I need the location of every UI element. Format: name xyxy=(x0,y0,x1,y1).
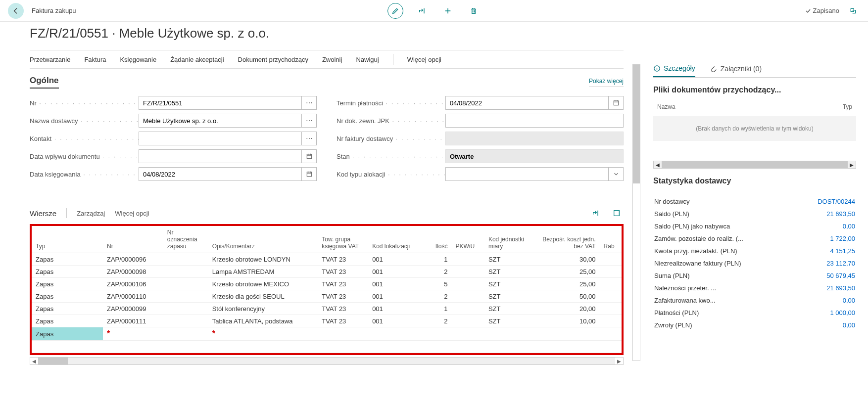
table-row[interactable]: ZapasZAP/0000111Tablica ATLANTA, podstaw… xyxy=(32,315,622,327)
lines-horizontal-scrollbar[interactable]: ◀▶ xyxy=(30,357,624,365)
files-horizontal-scrollbar[interactable]: ◀▶ xyxy=(653,161,856,169)
lines-more[interactable]: Więcej opcji xyxy=(115,210,149,217)
tab-details[interactable]: Szczegóły xyxy=(653,64,695,77)
menu-zadanie-akceptacji[interactable]: Żądanie akceptacji xyxy=(170,56,224,63)
field-input[interactable] xyxy=(445,114,624,128)
field-input[interactable] xyxy=(139,149,302,163)
table-row[interactable]: ZapasZAP/0000110Krzesło dla gości SEOULT… xyxy=(32,290,622,303)
stat-row[interactable]: Saldo (PLN) jako nabywca0,00 xyxy=(653,220,856,232)
field-label: Kontakt · · · · · · · · · · · · · · · · … xyxy=(30,135,139,142)
delete-button[interactable] xyxy=(467,4,481,18)
field-input xyxy=(445,149,624,163)
edit-button[interactable] xyxy=(387,3,403,19)
page-title: FZ/R/21/0551 · Meble Użytkowe sp. z o.o. xyxy=(30,26,624,41)
field-input[interactable] xyxy=(139,132,302,145)
field-label: Nr dok. zewn. JPK · · · · · · · · · · · … xyxy=(337,117,445,125)
dropdown-button[interactable] xyxy=(609,167,624,181)
field-input[interactable] xyxy=(139,167,302,181)
calendar-button[interactable] xyxy=(302,167,317,181)
new-button[interactable] xyxy=(441,4,455,18)
table-row[interactable]: ZapasZAP/0000098Lampa AMSTREDAMTVAT 2300… xyxy=(32,266,622,278)
menu-zwolnij[interactable]: Zwolnij xyxy=(322,56,342,63)
svg-rect-0 xyxy=(307,154,311,159)
show-more-link[interactable]: Pokaż więcej xyxy=(589,78,624,87)
col-header[interactable]: Rab xyxy=(600,226,622,253)
lines-title: Wiersze xyxy=(30,209,56,218)
main-vertical-scrollbar[interactable] xyxy=(632,64,640,361)
field-label: Kod typu alokacji · · · · · · · · · · · … xyxy=(337,171,445,178)
col-header[interactable]: Kod lokalizacji xyxy=(368,226,419,253)
col-header[interactable]: Ilość xyxy=(419,226,451,253)
lookup-button[interactable]: ⋯ xyxy=(302,114,317,128)
lines-expand-icon[interactable] xyxy=(610,206,624,220)
field-label: Stan · · · · · · · · · · · · · · · · · ·… xyxy=(337,153,445,160)
lines-grid-highlight: TypNrNr oznaczenia zapasuOpis/KomentarzT… xyxy=(30,224,624,355)
svg-rect-2 xyxy=(614,101,618,105)
field-input xyxy=(445,132,624,145)
stat-row[interactable]: Niezrealizowane faktury (PLN)23 112,70 xyxy=(653,257,856,270)
lookup-button[interactable]: ⋯ xyxy=(302,132,317,145)
calendar-button[interactable] xyxy=(609,96,624,110)
lines-manage[interactable]: Zarządzaj xyxy=(77,210,105,217)
field-label: Data wpływu dokumentu · · · · · · · · · … xyxy=(30,153,139,160)
lines-grid[interactable]: TypNrNr oznaczenia zapasuOpis/KomentarzT… xyxy=(32,226,622,353)
popout-button[interactable] xyxy=(846,4,860,18)
menu-dokument-przychodzacy[interactable]: Dokument przychodzący xyxy=(238,56,308,63)
col-header[interactable]: Tow. grupa księgowa VAT xyxy=(318,226,368,253)
table-row[interactable]: ZapasZAP/0000096Krzesło obrotowe LONDYNT… xyxy=(32,253,622,266)
col-header[interactable]: PKWiU xyxy=(451,226,484,253)
menu-nawiguj[interactable]: Nawiguj xyxy=(356,56,379,63)
stat-row[interactable]: Zamów. pozostałe do realiz. (...1 722,00 xyxy=(653,232,856,245)
section-general-title: Ogólne xyxy=(30,76,59,89)
tab-attachments[interactable]: Załączniki (0) xyxy=(710,64,762,77)
field-label: Nr · · · · · · · · · · · · · · · · · · ·… xyxy=(30,99,139,107)
svg-rect-1 xyxy=(307,172,311,177)
col-header[interactable]: Bezpośr. koszt jedn. bez VAT xyxy=(534,226,600,253)
table-row[interactable]: ZapasZAP/0000099Stół konferencyjnyTVAT 2… xyxy=(32,303,622,315)
col-header[interactable]: Typ xyxy=(32,226,103,253)
field-input[interactable] xyxy=(445,96,609,110)
field-label: Data księgowania · · · · · · · · · · · ·… xyxy=(30,171,139,178)
col-header[interactable]: Nr xyxy=(103,226,163,253)
field-label: Nazwa dostawcy · · · · · · · · · · · · ·… xyxy=(30,117,139,125)
saved-indicator: Zapisano xyxy=(805,7,839,14)
menu-more-options[interactable]: Więcej opcji xyxy=(407,56,441,63)
field-label: Termin płatności · · · · · · · · · · · ·… xyxy=(337,99,445,107)
field-input[interactable] xyxy=(139,96,302,110)
stat-row[interactable]: Zafakturowana kwo...0,00 xyxy=(653,294,856,307)
back-button[interactable] xyxy=(8,3,24,19)
files-col-type: Typ xyxy=(843,103,852,110)
col-header[interactable]: Kod jednostki miary xyxy=(484,226,534,253)
breadcrumb: Faktura zakupu xyxy=(32,7,76,14)
field-input[interactable] xyxy=(445,167,609,181)
menu-ksiegowanie[interactable]: Księgowanie xyxy=(120,56,156,63)
stat-row[interactable]: Zwroty (PLN)0,00 xyxy=(653,319,856,331)
stat-row[interactable]: Nr dostawcyDOST/00244 xyxy=(653,195,856,208)
top-bar: Faktura zakupu Zapisano xyxy=(0,0,868,22)
files-col-name: Nazwa xyxy=(657,103,675,110)
stat-row[interactable]: Suma (PLN)50 679,45 xyxy=(653,270,856,282)
lookup-button[interactable]: ⋯ xyxy=(302,96,317,110)
files-empty-message: (Brak danych do wyświetlenia w tym widok… xyxy=(653,116,856,141)
field-input[interactable] xyxy=(139,114,302,128)
vendor-stats-title: Statystyka dostawcy xyxy=(653,177,856,185)
stat-row[interactable]: Saldo (PLN)21 693,50 xyxy=(653,208,856,220)
menu-faktura[interactable]: Faktura xyxy=(84,56,106,63)
field-label: Nr faktury dostawcy · · · · · · · · · · … xyxy=(337,135,445,142)
lines-share-icon[interactable] xyxy=(589,206,603,220)
table-row[interactable]: ZapasZAP/0000106Krzesło obrotowe MEXICOT… xyxy=(32,278,622,290)
col-header[interactable]: Nr oznaczenia zapasu xyxy=(163,226,208,253)
action-menu: Przetwarzanie Faktura Księgowanie Żądani… xyxy=(30,50,624,69)
table-row-new[interactable]: Zapas** xyxy=(32,327,622,341)
share-button[interactable] xyxy=(415,4,429,18)
factbox-pane: Szczegóły Załączniki (0) Pliki dokumentó… xyxy=(648,64,861,331)
stat-row[interactable]: Należności przeter. ...21 693,50 xyxy=(653,282,856,294)
calendar-button[interactable] xyxy=(302,149,317,163)
stat-row[interactable]: Płatności (PLN)1 000,00 xyxy=(653,307,856,319)
col-header[interactable]: Opis/Komentarz xyxy=(208,226,318,253)
incoming-files-title: Pliki dokumentów przychodzący... xyxy=(653,86,856,94)
stat-row[interactable]: Kwota przyj. niezafakt. (PLN)4 151,25 xyxy=(653,245,856,257)
menu-przetwarzanie[interactable]: Przetwarzanie xyxy=(30,56,70,63)
